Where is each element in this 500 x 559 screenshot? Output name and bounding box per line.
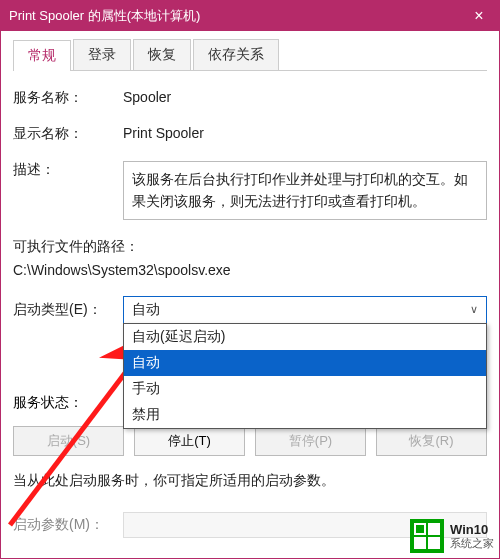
tab-general[interactable]: 常规 <box>13 40 71 71</box>
watermark-text: Win10 系统之家 <box>450 523 494 549</box>
startup-type-select-wrap: 自动 ∨ 自动(延迟启动) 自动 手动 禁用 <box>123 296 487 324</box>
display-name-label: 显示名称： <box>13 125 123 143</box>
dialog-body: 常规 登录 恢复 依存关系 服务名称： Spooler 显示名称： Print … <box>1 31 499 550</box>
watermark: Win10 系统之家 <box>410 519 494 553</box>
watermark-logo-icon <box>410 519 444 553</box>
description-label: 描述： <box>13 161 123 179</box>
start-params-note: 当从此处启动服务时，你可指定所适用的启动参数。 <box>13 472 487 490</box>
row-service-name: 服务名称： Spooler <box>13 89 487 107</box>
chevron-down-icon: ∨ <box>470 303 478 316</box>
startup-option-auto-delayed[interactable]: 自动(延迟启动) <box>124 324 486 350</box>
pause-button: 暂停(P) <box>255 426 366 456</box>
service-status-label: 服务状态： <box>13 394 123 412</box>
startup-option-manual[interactable]: 手动 <box>124 376 486 402</box>
close-icon[interactable]: × <box>467 7 491 25</box>
startup-type-select[interactable]: 自动 ∨ <box>123 296 487 324</box>
row-startup-type: 启动类型(E)： 自动 ∨ 自动(延迟启动) 自动 手动 禁用 <box>13 296 487 324</box>
watermark-line1: Win10 <box>450 523 494 537</box>
startup-type-selected-value: 自动 <box>132 301 160 319</box>
tab-logon[interactable]: 登录 <box>73 39 131 70</box>
startup-option-disabled[interactable]: 禁用 <box>124 402 486 428</box>
control-buttons: 启动(S) 停止(T) 暂停(P) 恢复(R) <box>13 426 487 456</box>
service-name-label: 服务名称： <box>13 89 123 107</box>
exe-path-value: C:\Windows\System32\spoolsv.exe <box>13 262 487 278</box>
properties-dialog: Print Spooler 的属性(本地计算机) × 常规 登录 恢复 依存关系… <box>0 0 500 559</box>
tab-strip: 常规 登录 恢复 依存关系 <box>13 39 487 71</box>
startup-type-dropdown: 自动(延迟启动) 自动 手动 禁用 <box>123 323 487 429</box>
start-params-label: 启动参数(M)： <box>13 516 123 534</box>
description-value[interactable]: 该服务在后台执行打印作业并处理与打印机的交互。如果关闭该服务，则无法进行打印或查… <box>123 161 487 220</box>
start-button: 启动(S) <box>13 426 124 456</box>
display-name-value: Print Spooler <box>123 125 487 141</box>
row-display-name: 显示名称： Print Spooler <box>13 125 487 143</box>
tab-recovery[interactable]: 恢复 <box>133 39 191 70</box>
startup-option-auto[interactable]: 自动 <box>124 350 486 376</box>
resume-button: 恢复(R) <box>376 426 487 456</box>
tab-dependencies[interactable]: 依存关系 <box>193 39 279 70</box>
startup-type-label: 启动类型(E)： <box>13 301 123 319</box>
window-title: Print Spooler 的属性(本地计算机) <box>9 7 200 25</box>
exe-path-label: 可执行文件的路径： <box>13 238 487 256</box>
row-description: 描述： 该服务在后台执行打印作业并处理与打印机的交互。如果关闭该服务，则无法进行… <box>13 161 487 220</box>
exe-path-block: 可执行文件的路径： C:\Windows\System32\spoolsv.ex… <box>13 238 487 278</box>
watermark-line2: 系统之家 <box>450 537 494 549</box>
service-name-value: Spooler <box>123 89 487 105</box>
titlebar: Print Spooler 的属性(本地计算机) × <box>1 1 499 31</box>
stop-button[interactable]: 停止(T) <box>134 426 245 456</box>
